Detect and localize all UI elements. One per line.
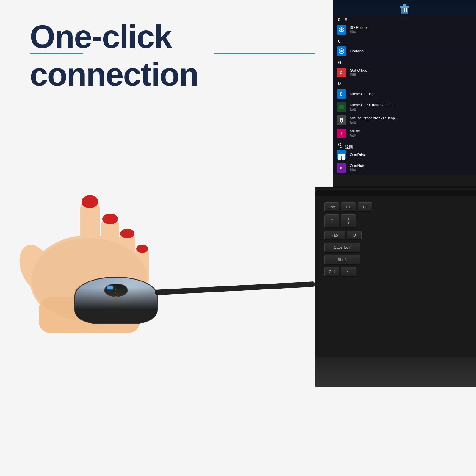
onedrive-name: OneDrive [350,152,472,157]
key-tab[interactable]: Tab [324,231,345,240]
3dbuilder-text: 3D Builder 新建 [350,25,472,35]
keyboard: Esc F1 F2 ~` !1 Tab Q Caps lock Shrift [315,190,476,357]
key-tilde[interactable]: ~` [324,214,339,228]
back-arrow-icon: ← [339,145,343,150]
svg-rect-36 [338,157,341,160]
svg-point-23 [340,50,343,52]
music-icon: ♪ [337,129,346,138]
solitaire-sub: 新建 [350,107,472,112]
music-text: Music 新建 [350,129,472,138]
key-capslock[interactable]: Caps lock [324,243,360,253]
laptop: 回收站 0 – 9 3D Builder 新建 [309,0,476,476]
key-row-4: Caps lock [324,243,470,253]
key-f2[interactable]: F2 [358,202,372,212]
key-1[interactable]: !1 [341,214,356,228]
mouse-sub: 新建 [350,120,472,125]
menu-item-music[interactable]: ♪ Music 新建 [333,127,476,140]
key-ctrl[interactable]: Ctrl [324,267,339,277]
cortana-icon [337,46,346,56]
headline-line1: One-click [30,18,172,55]
key-row-3: Tab Q [324,231,470,240]
mouse-text: Mouse Properties (Touchp... 新建 [350,116,472,125]
cortana-name: Cortana [350,49,472,54]
menu-item-solitaire[interactable]: ♠ Microsoft Solitaire Collecti... 新建 [333,101,476,114]
section-header-g: G [333,58,476,66]
key-shift[interactable]: Shrift [324,255,360,265]
getoffice-sub: 新建 [350,73,472,77]
menu-item-cortana[interactable]: Cortana [333,45,476,58]
keyboard-top-bar [315,190,476,196]
getoffice-name: Get Office [350,68,472,73]
key-esc[interactable]: Esc [324,202,339,212]
getoffice-icon: O [337,68,346,77]
3dbuilder-sub: 新建 [350,30,472,34]
key-row-1: Esc F1 F2 [324,202,470,212]
svg-point-3 [82,195,98,208]
mouse-name: Mouse Properties (Touchp... [350,116,472,120]
menu-item-mouse[interactable]: Mouse Properties (Touchp... 新建 [333,114,476,127]
svg-point-9 [136,245,148,253]
svg-point-7 [120,229,134,238]
start-menu: 0 – 9 3D Builder 新建 C [333,15,476,175]
scanner-overlay [75,288,157,323]
solitaire-name: Microsoft Solitaire Collecti... [350,103,472,107]
back-label: 返回 [345,145,353,150]
svg-text:♠: ♠ [340,105,342,109]
svg-rect-37 [342,157,345,160]
screen-display: 回收站 0 – 9 3D Builder 新建 [333,0,476,186]
3dbuilder-icon [337,25,346,35]
music-name: Music [350,129,472,134]
svg-rect-14 [403,4,406,6]
menu-item-getoffice[interactable]: O Get Office 新建 [333,66,476,79]
keyboard-rows: Esc F1 F2 ~` !1 Tab Q Caps lock Shrift [315,196,476,285]
getoffice-text: Get Office 新建 [350,68,472,77]
windows-start-button[interactable] [338,154,345,162]
key-row-2: ~` !1 [324,214,470,228]
svg-point-5 [102,214,118,224]
onenote-name: OneNote [350,163,472,168]
taskbar [333,175,476,186]
solitaire-icon: ♠ [337,102,346,112]
accent-line-right [214,53,315,54]
headline-line2: connection [30,56,198,93]
onenote-sub: 新建 [350,168,472,172]
cortana-text: Cortana [350,49,472,54]
key-q[interactable]: Q [347,231,362,240]
key-f1[interactable]: F1 [341,202,356,212]
svg-text:N: N [340,166,343,170]
menu-item-onenote[interactable]: N OneNote 新建 [333,161,476,174]
laptop-base [315,357,476,387]
scanner-device: ZEBRAIZE [74,259,158,324]
svg-rect-34 [338,154,341,157]
menu-item-3dbuilder[interactable]: 3D Builder 新建 [333,23,476,36]
edge-text: Microsoft Edge [350,92,472,96]
key-row-6: Ctrl Fn [324,267,470,277]
mouse-icon [337,115,346,125]
section-header-m: M [333,79,476,87]
onenote-icon: N [337,163,346,173]
edge-icon [337,89,346,99]
svg-text:♪: ♪ [340,131,342,136]
onenote-text: OneNote 新建 [350,163,472,173]
svg-rect-35 [342,154,345,157]
section-header-c: C [333,36,476,45]
music-sub: 新建 [350,133,472,138]
section-header-09: 0 – 9 [333,15,476,23]
svg-text:O: O [340,71,342,75]
3dbuilder-name: 3D Builder [350,25,472,30]
key-row-5: Shrift [324,255,470,265]
laptop-screen: 回收站 0 – 9 3D Builder 新建 [333,0,476,190]
headline: One-click connection [30,18,198,93]
desktop: 回收站 0 – 9 3D Builder 新建 [333,0,476,186]
back-button[interactable]: ← 返回 [336,143,356,151]
solitaire-text: Microsoft Solitaire Collecti... 新建 [350,103,472,112]
onedrive-text: OneDrive [350,152,472,157]
scanner-body: ZEBRAIZE [74,277,158,324]
menu-item-edge[interactable]: Microsoft Edge [333,87,476,101]
edge-name: Microsoft Edge [350,92,472,96]
key-fn[interactable]: Fn [341,267,356,277]
